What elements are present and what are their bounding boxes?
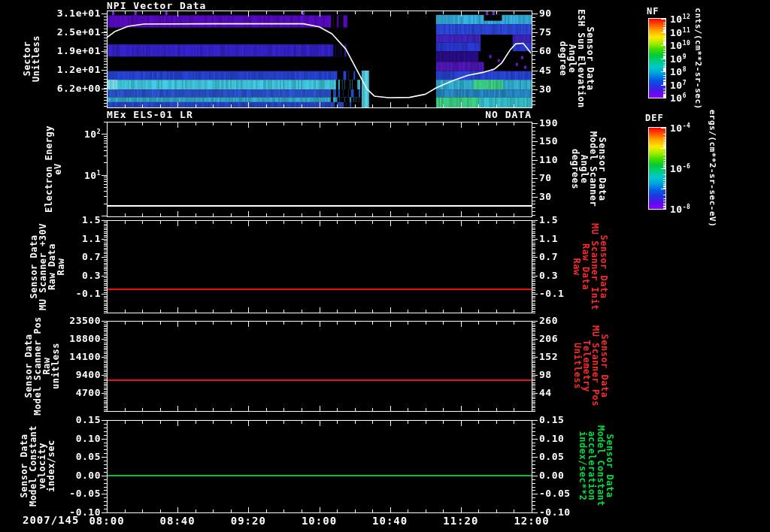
- panel1-y-tick-label-right: 45: [539, 65, 552, 74]
- x-tick-label: 11:20: [443, 516, 478, 526]
- panel5-y-tick-label-left: 0.15: [76, 415, 101, 425]
- colorbar-tick-label: 109: [670, 52, 687, 64]
- panel5-y-tick-label-right: 0.15: [539, 415, 564, 425]
- x-tick-label: 08:00: [89, 516, 124, 526]
- panel1-y-tick-label-right: 90: [539, 8, 552, 18]
- x-tick-label: 09:20: [231, 516, 266, 526]
- panel5-left-axis-label: Sensor Data Model Constant velocity inde…: [20, 425, 56, 506]
- panel4-y-tick-label-right: 152: [539, 352, 558, 361]
- panel4-y-tick-label-left: 23500: [69, 316, 101, 325]
- panel1-y-tick-label-left: 2.5e+01: [57, 27, 101, 37]
- panel2-y-tick-label-right: 30: [539, 192, 552, 201]
- panel3-y-tick-label-left: -0.1: [76, 289, 101, 298]
- panel1-y-tick-label-left: 3.1e+01: [57, 8, 101, 17]
- panel3-y-tick-label-left: 0.3: [82, 271, 101, 280]
- panel5-y-tick-label-right: -0.05: [539, 488, 571, 498]
- colorbar-tick-label: 10-4: [670, 121, 690, 133]
- panel5-y-tick-label-right: 0.00: [539, 470, 564, 480]
- panel2-y-tick-label-left: 101: [84, 168, 101, 180]
- panel2-y-tick-label-right: 70: [539, 173, 552, 183]
- panel5-y-tick-label-right: 0.05: [539, 452, 564, 461]
- x-tick-label: 08:40: [160, 516, 196, 526]
- colorbar-tick-label: 10-8: [670, 202, 690, 214]
- panel3-y-tick-label-right: 0.7: [539, 252, 558, 261]
- panel3-y-tick-label-right: -0.1: [539, 289, 564, 298]
- panel3-y-tick-label-left: 0.7: [82, 252, 101, 261]
- x-tick-label: 12:00: [514, 516, 549, 526]
- plot-canvas: [0, 0, 770, 532]
- plot-page: NPI Vector Data MEx ELS-01 LR NO DATA Se…: [0, 0, 770, 532]
- panel3-y-tick-label-right: 0.3: [539, 271, 558, 280]
- panel2-y-tick-label-right: 110: [539, 155, 558, 165]
- panel2-y-tick-label-left: 102: [84, 127, 101, 139]
- panel5-y-tick-label-left: -0.05: [69, 488, 101, 498]
- panel3-y-tick-label-right: 1.1: [539, 233, 558, 243]
- panel1-y-tick-label-right: 75: [539, 27, 552, 37]
- panel2-title: MEx ELS-01 LR: [107, 109, 193, 120]
- panel4-y-tick-label-right: 206: [539, 334, 558, 343]
- panel2-left-axis-label: Electron Energy eV: [44, 125, 62, 213]
- panel5-right-axis-label: Sensor Data Model Constant acceleration …: [578, 425, 614, 506]
- panel4-y-tick-label-left: 4700: [76, 388, 101, 397]
- panel5-y-tick-label-left: 0.00: [76, 470, 101, 480]
- panel4-y-tick-label-left: 14100: [69, 352, 101, 361]
- panel1-y-tick-label-right: 30: [539, 84, 552, 94]
- panel1-left-axis-label: Sector Unitless: [23, 35, 41, 82]
- panel4-y-tick-label-right: 260: [539, 316, 558, 325]
- panel1-y-tick-label-right: 60: [539, 46, 552, 56]
- panel3-left-axis-label: Sensor Data MU Scanner +30V Raw Data Raw: [29, 223, 65, 310]
- panel1-y-tick-label-left: 1.2e+01: [57, 65, 101, 74]
- no-data-label: NO DATA: [485, 109, 532, 120]
- colorbar-nf-unit-label: cnts/(cm**2-sr-sec): [693, 8, 702, 109]
- panel2-y-tick-label-right: 150: [539, 136, 558, 146]
- panel4-y-tick-label-left: 9400: [76, 370, 101, 379]
- panel1-y-tick-label-left: 1.9e+01: [57, 45, 101, 55]
- panel4-y-tick-label-right: 98: [539, 370, 552, 379]
- panel1-y-tick-label-left: 6.2e+00: [57, 83, 101, 93]
- panel5-y-tick-label-right: 0.10: [539, 433, 564, 443]
- colorbar-tick-label: 1011: [670, 26, 690, 38]
- x-tick-label: 10:40: [372, 516, 408, 526]
- panel2-right-axis-label: Sensor Data Model Scanner Angle degrees: [571, 131, 607, 207]
- panel4-y-tick-label-right: 44: [539, 388, 552, 397]
- panel5-y-tick-label-left: 0.10: [76, 433, 101, 443]
- panel1-right-axis-label: Sensor Data ESH Sun Elevation Angle degr…: [559, 9, 595, 107]
- panel3-right-axis-label: Sensor Data MU Scanner Init Raw Data Raw: [572, 223, 608, 310]
- panel3-y-tick-label-right: 1.5: [539, 215, 558, 225]
- colorbar-tick-label: 107: [670, 78, 687, 90]
- x-tick-label: 10:00: [302, 516, 337, 526]
- colorbar-tick-label: 1012: [670, 12, 690, 24]
- panel2-y-tick-label-right: 190: [539, 118, 558, 128]
- panel4-y-tick-label-left: 18800: [69, 334, 101, 343]
- panel5-y-tick-label-left: 0.05: [76, 452, 101, 461]
- colorbar-def-title: DEF: [645, 113, 664, 123]
- colorbar-tick-label: 108: [670, 65, 687, 77]
- panel3-y-tick-label-left: 1.5: [82, 215, 101, 225]
- colorbar-def-unit-label: ergs/(cm**2-sr-sec-eV): [708, 110, 717, 228]
- panel4-left-axis-label: Sensor Data Model Scanner Pos Raw unitle…: [24, 316, 60, 415]
- colorbar-tick-label: 106: [670, 91, 687, 103]
- colorbar-tick-label: 10-6: [670, 162, 690, 174]
- colorbar-tick-label: 1010: [670, 38, 690, 50]
- panel1-title: NPI Vector Data: [107, 0, 206, 11]
- colorbar-nf-title: NF: [647, 6, 659, 17]
- panel4-right-axis-label: Sensor Data MU Scanner Pos Telemetry Uni…: [573, 325, 609, 407]
- panel3-y-tick-label-left: 1.1: [82, 233, 101, 243]
